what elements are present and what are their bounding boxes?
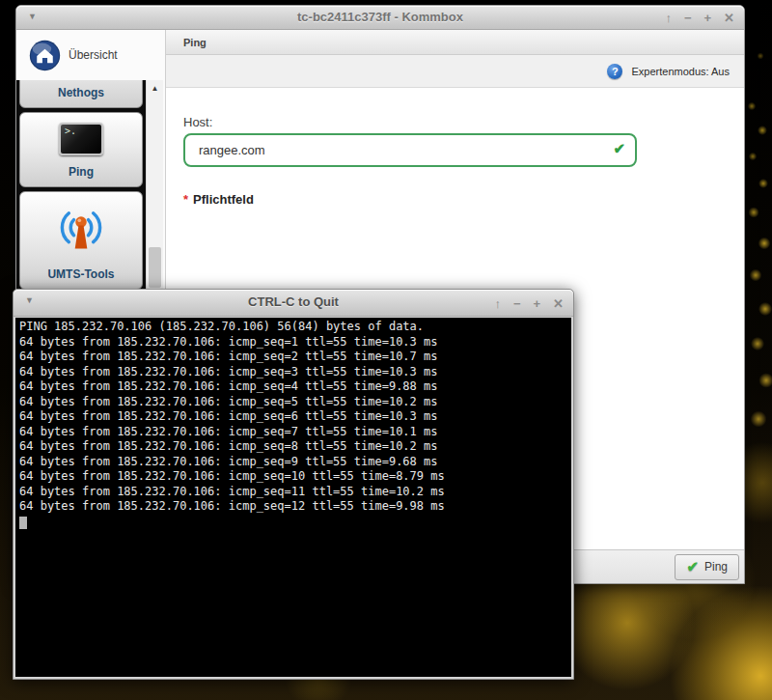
minimize-button[interactable]: − bbox=[684, 10, 692, 26]
terminal-minimize-button[interactable]: − bbox=[513, 295, 521, 312]
window-title: tc-bc2411c373ff - Kommbox bbox=[16, 10, 744, 24]
host-input-wrap: ✔ bbox=[183, 133, 637, 167]
terminal-shade-button[interactable]: ↑ bbox=[494, 295, 501, 312]
desktop-background: ▼ tc-bc2411c373ff - Kommbox ↑ − + ✕ bbox=[0, 0, 772, 700]
ping-tab-label: Ping bbox=[183, 37, 207, 48]
expert-mode-label[interactable]: Expertenmodus: Aus bbox=[631, 66, 730, 77]
sidebar-item-ping[interactable]: >. Ping bbox=[19, 112, 143, 187]
terminal-line: 64 bytes from 185.232.70.106: icmp_seq=8… bbox=[19, 439, 571, 455]
terminal-icon: >. bbox=[59, 123, 103, 155]
required-label: Pflichtfeld bbox=[193, 192, 254, 207]
terminal-titlebar[interactable]: ▼ CTRL-C to Quit ↑ − + ✕ bbox=[14, 290, 573, 317]
sidebar-item-umts-tools[interactable]: UMTS-Tools bbox=[19, 191, 143, 290]
sidebar-item-overview[interactable]: Übersicht bbox=[16, 30, 165, 80]
sidebar-item-umts-tools-label: UMTS-Tools bbox=[47, 267, 114, 289]
terminal-line: 64 bytes from 185.232.70.106: icmp_seq=1… bbox=[19, 485, 571, 500]
terminal-line: 64 bytes from 185.232.70.106: icmp_seq=9… bbox=[19, 455, 571, 470]
antenna-icon bbox=[54, 208, 108, 252]
terminal-icon-prompt: >. bbox=[65, 126, 76, 136]
host-input[interactable] bbox=[183, 133, 637, 167]
terminal-maximize-button[interactable]: + bbox=[534, 295, 541, 312]
terminal-output[interactable]: PING 185.232.70.106 (185.232.70.106) 56(… bbox=[15, 318, 571, 677]
scrollbar-up-icon[interactable]: ▲ bbox=[147, 80, 163, 96]
ping-button-check-icon: ✔ bbox=[686, 558, 699, 575]
sidebar-item-nethogs-label: Nethogs bbox=[58, 86, 104, 107]
terminal-line: 64 bytes from 185.232.70.106: icmp_seq=1… bbox=[19, 499, 571, 515]
terminal-line: 64 bytes from 185.232.70.106: icmp_seq=5… bbox=[19, 395, 571, 410]
close-button[interactable]: ✕ bbox=[724, 10, 734, 26]
terminal-line: 64 bytes from 185.232.70.106: icmp_seq=3… bbox=[19, 365, 571, 380]
home-icon bbox=[29, 40, 61, 71]
terminal-line: 64 bytes from 185.232.70.106: icmp_seq=4… bbox=[19, 379, 571, 395]
terminal-window: ▼ CTRL-C to Quit ↑ − + ✕ PING 185.232.70… bbox=[13, 289, 574, 680]
help-icon[interactable]: ? bbox=[607, 64, 622, 79]
terminal-line: 64 bytes from 185.232.70.106: icmp_seq=1… bbox=[19, 469, 571, 485]
terminal-line: 64 bytes from 185.232.70.106: icmp_seq=7… bbox=[19, 425, 571, 440]
terminal-line: PING 185.232.70.106 (185.232.70.106) 56(… bbox=[19, 320, 571, 335]
maximize-button[interactable]: + bbox=[704, 10, 712, 26]
sidebar-item-overview-label: Übersicht bbox=[69, 48, 118, 62]
terminal-line: 64 bytes from 185.232.70.106: icmp_seq=6… bbox=[19, 409, 571, 425]
host-label: Host: bbox=[183, 115, 212, 129]
terminal-cursor bbox=[19, 517, 27, 529]
valid-check-icon: ✔ bbox=[613, 140, 625, 157]
terminal-line: 64 bytes from 185.232.70.106: icmp_seq=1… bbox=[19, 335, 571, 350]
scrollbar-thumb[interactable] bbox=[149, 247, 161, 288]
shade-button[interactable]: ↑ bbox=[665, 10, 672, 26]
terminal-window-title: CTRL-C to Quit bbox=[14, 294, 573, 309]
ping-button[interactable]: ✔ Ping bbox=[675, 554, 739, 580]
sidebar-item-ping-label: Ping bbox=[69, 165, 94, 186]
kommbox-titlebar[interactable]: ▼ tc-bc2411c373ff - Kommbox ↑ − + ✕ bbox=[16, 6, 744, 30]
terminal-window-controls: ↑ − + ✕ bbox=[494, 295, 564, 312]
terminal-close-button[interactable]: ✕ bbox=[553, 295, 564, 312]
required-field-note: *Pflichtfeld bbox=[183, 192, 254, 207]
terminal-line: 64 bytes from 185.232.70.106: icmp_seq=2… bbox=[19, 350, 571, 365]
window-controls: ↑ − + ✕ bbox=[665, 10, 734, 26]
ping-tab-header: Ping bbox=[166, 30, 744, 55]
expert-mode-bar: ? Expertenmodus: Aus bbox=[166, 55, 744, 88]
required-star: * bbox=[183, 192, 188, 207]
ping-button-label: Ping bbox=[704, 560, 728, 574]
sidebar-item-nethogs[interactable]: Nethogs bbox=[19, 80, 143, 108]
